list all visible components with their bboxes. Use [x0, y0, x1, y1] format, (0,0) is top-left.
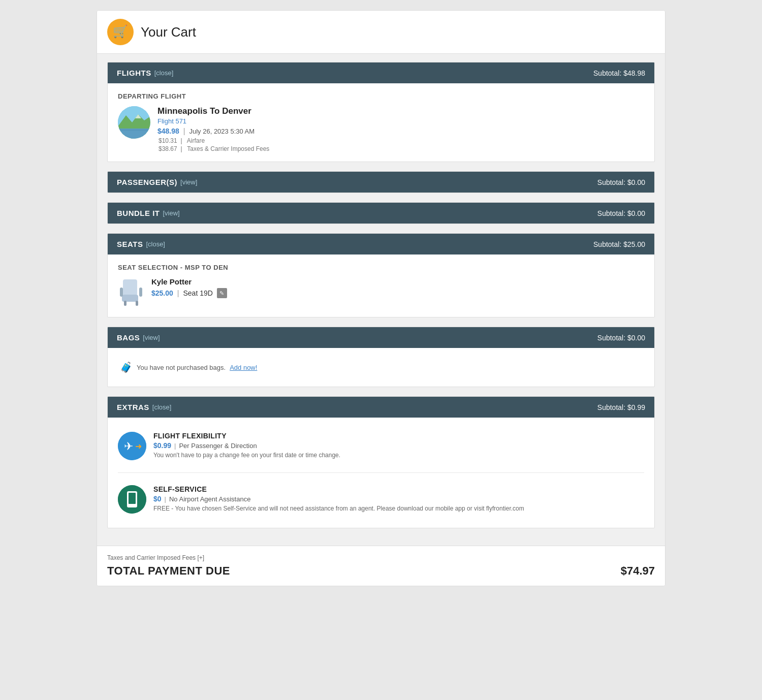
flights-close[interactable]: [close]	[154, 69, 174, 77]
bags-body: 🧳 You have not purchased bags. Add now!	[108, 348, 654, 387]
flight-date: July 26, 2023 5:30 AM	[189, 128, 255, 135]
flight-details: Minneapolis To Denver Flight 571 $48.98 …	[157, 106, 644, 152]
passengers-section: PASSENGER(S) [view] Subtotal: $0.00	[107, 171, 655, 193]
svg-text:✈: ✈	[124, 440, 133, 453]
footer-section: Taxes and Carrier Imposed Fees [+] TOTAL…	[97, 546, 665, 586]
bags-title: BAGS	[117, 333, 140, 342]
bundle-subtotal: Subtotal: $0.00	[597, 209, 645, 217]
flights-title: FLIGHTS	[117, 69, 151, 77]
seat-number: Seat 19D	[183, 289, 212, 297]
svg-rect-10	[123, 279, 137, 296]
extra-desc-1: FREE - You have chosen Self-Service and …	[153, 505, 644, 512]
extra-details-1: SELF-SERVICE $0 | No Airport Agent Assis…	[153, 485, 644, 512]
extra-price-row-1: $0 | No Airport Agent Assistance	[153, 495, 644, 503]
extras-subtotal: Subtotal: $0.99	[597, 403, 645, 411]
flight-price-row: $48.98 | July 26, 2023 5:30 AM	[157, 127, 644, 135]
bags-section: BAGS [view] Subtotal: $0.00 🧳 You have n…	[107, 327, 655, 387]
flights-section: FLIGHTS [close] Subtotal: $48.98 DEPARTI…	[107, 62, 655, 162]
svg-rect-14	[120, 288, 123, 297]
bags-view[interactable]: [view]	[143, 334, 160, 341]
passenger-name: Kyle Potter	[151, 277, 644, 286]
seats-header: SEATS [close] Subtotal: $25.00	[108, 234, 654, 254]
svg-rect-13	[136, 301, 138, 306]
bags-notice: 🧳 You have not purchased bags. Add now!	[118, 357, 644, 377]
svg-text:➜: ➜	[135, 442, 142, 451]
extra-details-0: FLIGHT FLEXIBILITY $0.99 | Per Passenger…	[153, 432, 644, 459]
seat-selection-label: SEAT SELECTION - MSP TO DEN	[118, 264, 644, 271]
flights-header: FLIGHTS [close] Subtotal: $48.98	[108, 62, 654, 83]
seats-title: SEATS	[117, 240, 143, 248]
bags-notice-text: You have not purchased bags.	[137, 364, 226, 371]
bags-subtotal: Subtotal: $0.00	[597, 334, 645, 342]
seats-section: SEATS [close] Subtotal: $25.00 SEAT SELE…	[107, 233, 655, 317]
self-service-icon	[118, 485, 146, 514]
svg-rect-21	[129, 493, 136, 504]
extra-name-0: FLIGHT FLEXIBILITY	[153, 432, 644, 440]
bundle-title: BUNDLE IT	[117, 209, 160, 217]
bundle-section: BUNDLE IT [view] Subtotal: $0.00	[107, 202, 655, 224]
total-payment-label: TOTAL PAYMENT DUE	[107, 564, 230, 578]
extras-close[interactable]: [close]	[152, 403, 172, 411]
svg-point-22	[131, 504, 133, 506]
bags-add-link[interactable]: Add now!	[230, 364, 257, 371]
airfare-row: $10.31 | Airfare	[158, 137, 644, 144]
taxes-note: Taxes and Carrier Imposed Fees [+]	[107, 554, 655, 561]
flight-item: Minneapolis To Denver Flight 571 $48.98 …	[118, 106, 644, 152]
passengers-header: PASSENGER(S) [view] Subtotal: $0.00	[108, 172, 654, 193]
fees-row: $38.67 | Taxes & Carrier Imposed Fees	[158, 145, 644, 152]
extra-price-detail-1: No Airport Agent Assistance	[169, 495, 250, 503]
passengers-title: PASSENGER(S)	[117, 178, 177, 186]
bags-header: BAGS [view] Subtotal: $0.00	[108, 327, 654, 348]
seat-edit-icon[interactable]: ✎	[217, 288, 227, 298]
extra-price-0: $0.99	[153, 441, 171, 450]
total-row: TOTAL PAYMENT DUE $74.97	[107, 564, 655, 578]
flight-image	[118, 106, 150, 139]
seat-price: $25.00	[151, 289, 173, 297]
page-title: Your Cart	[141, 24, 196, 40]
extra-price-detail-0: Per Passenger & Direction	[179, 442, 257, 450]
bundle-header: BUNDLE IT [view] Subtotal: $0.00	[108, 203, 654, 224]
seat-price-row: $25.00 | Seat 19D ✎	[151, 288, 644, 298]
seats-subtotal: Subtotal: $25.00	[593, 240, 645, 248]
extra-price-row-0: $0.99 | Per Passenger & Direction	[153, 441, 644, 450]
passengers-view[interactable]: [view]	[180, 178, 197, 186]
extras-divider	[118, 472, 644, 473]
svg-text:🛒: 🛒	[113, 24, 128, 39]
cart-icon: 🛒	[107, 19, 134, 45]
page-header: 🛒 Your Cart	[97, 11, 665, 54]
svg-rect-12	[124, 301, 126, 306]
flight-name: Minneapolis To Denver	[157, 106, 644, 116]
seat-icon	[118, 277, 144, 308]
passengers-subtotal: Subtotal: $0.00	[597, 178, 645, 186]
page-container: 🛒 Your Cart FLIGHTS [close] Subtotal: $4…	[97, 10, 665, 586]
flights-subtotal: Subtotal: $48.98	[593, 69, 645, 77]
total-payment-amount: $74.97	[621, 564, 655, 578]
extras-body: ✈ ➜ FLIGHT FLEXIBILITY $0.99 | Per Passe…	[108, 418, 654, 528]
extra-name-1: SELF-SERVICE	[153, 485, 644, 493]
svg-rect-11	[122, 295, 138, 302]
svg-rect-15	[139, 288, 142, 297]
seat-item: Kyle Potter $25.00 | Seat 19D ✎	[118, 277, 644, 308]
flight-price: $48.98	[157, 127, 179, 135]
svg-rect-9	[118, 130, 150, 131]
departing-label: DEPARTING FLIGHT	[118, 92, 644, 100]
seats-body: SEAT SELECTION - MSP TO DEN	[108, 254, 654, 317]
extras-header: EXTRAS [close] Subtotal: $0.99	[108, 397, 654, 418]
flight-link[interactable]: Flight 571	[157, 117, 644, 125]
bundle-view[interactable]: [view]	[163, 209, 180, 217]
extra-desc-0: You won't have to pay a change fee on yo…	[153, 452, 644, 459]
main-content: FLIGHTS [close] Subtotal: $48.98 DEPARTI…	[97, 54, 665, 546]
extra-price-1: $0	[153, 495, 162, 503]
extras-title: EXTRAS	[117, 403, 149, 411]
extra-item-0: ✈ ➜ FLIGHT FLEXIBILITY $0.99 | Per Passe…	[118, 427, 644, 465]
extra-item-1: SELF-SERVICE $0 | No Airport Agent Assis…	[118, 480, 644, 519]
flight-flexibility-icon: ✈ ➜	[118, 432, 146, 460]
extras-section: EXTRAS [close] Subtotal: $0.99 ✈	[107, 396, 655, 528]
bags-icon: 🧳	[120, 361, 133, 373]
seat-details: Kyle Potter $25.00 | Seat 19D ✎	[151, 277, 644, 298]
seats-close[interactable]: [close]	[146, 240, 165, 248]
flights-body: DEPARTING FLIGHT	[108, 83, 654, 162]
